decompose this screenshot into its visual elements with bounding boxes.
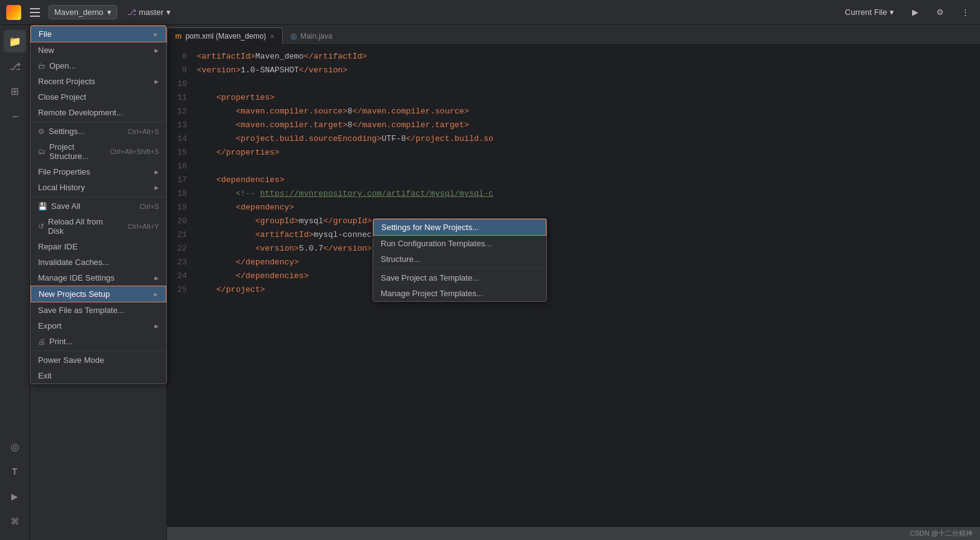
menu-export-label: Export	[38, 321, 155, 330]
code-line-16: 16	[167, 160, 980, 173]
project-dropdown-icon: ▾	[107, 7, 112, 17]
separator-1	[31, 122, 166, 122]
menu-item-manage-ide[interactable]: Manage IDE Settings ▸	[31, 270, 166, 286]
code-line-23: 23 </dependency>	[167, 256, 980, 269]
menu-localhistory-arrow: ▸	[155, 183, 159, 192]
reload-icon: ↺	[38, 222, 44, 231]
new-projects-submenu[interactable]: Settings for New Projects... Run Configu…	[373, 218, 547, 302]
sidebar-icon-terminal[interactable]: ⌘	[4, 510, 26, 533]
code-line-24: 24 </dependencies>	[167, 269, 980, 283]
menu-item-export[interactable]: Export ▸	[31, 318, 166, 334]
menu-close-label: Close Project	[38, 92, 159, 102]
menu-item-file-properties[interactable]: File Properties ▸	[31, 164, 166, 180]
sidebar-icon-plugins[interactable]: ◎	[4, 435, 26, 458]
menu-item-repair-ide[interactable]: Repair IDE	[31, 239, 166, 254]
menu-recent-arrow: ▸	[155, 77, 159, 86]
menu-new-label: New	[38, 46, 155, 55]
menu-new-arrow: ▸	[155, 46, 159, 55]
project-selector[interactable]: Maven_demo ▾	[49, 5, 117, 19]
menu-item-project-structure[interactable]: 🗂 Project Structure... Ctrl+Alt+Shift+S	[31, 139, 166, 164]
tab-close-pom[interactable]: ✕	[270, 33, 275, 40]
menu-item-settings[interactable]: ⚙ Settings... Ctrl+Alt+S	[31, 123, 166, 139]
sidebar-icon-more[interactable]: ···	[4, 105, 26, 127]
separator-2	[31, 196, 166, 197]
code-area: m pom.xml (Maven_demo) ✕ ◎ Main.java 8 <…	[167, 25, 980, 540]
open-icon: 🗁	[38, 62, 45, 70]
menu-reload-label: Reload All from Disk	[48, 217, 115, 236]
settings-icon[interactable]: ⚙	[931, 4, 949, 21]
code-line-12: 12 <maven.compiler.source>8</maven.compi…	[167, 105, 980, 118]
hamburger-button[interactable]	[26, 4, 44, 21]
run-button[interactable]: ▶	[906, 4, 924, 21]
code-line-8: 8 <artifactId>Maven_demo</artifactId>	[167, 50, 980, 64]
tab-pom-xml[interactable]: m pom.xml (Maven_demo) ✕	[167, 27, 283, 44]
titlebar: Maven_demo ▾ ⎇ master ▾ Current File ▾ ▶…	[0, 0, 980, 25]
menu-structure[interactable]: Structure...	[373, 251, 546, 267]
menu-settings-new-projects[interactable]: Settings for New Projects...	[373, 219, 546, 236]
menu-save-project-template[interactable]: Save Project as Template...	[373, 270, 546, 286]
menu-item-power-save[interactable]: Power Save Mode	[31, 352, 166, 368]
tab-label-main: Main.java	[300, 32, 332, 41]
menu-saveall-shortcut: Ctrl+S	[140, 203, 159, 210]
tab-icon-j: ◎	[290, 32, 297, 41]
menu-fileprops-arrow: ▸	[155, 167, 159, 176]
more-button[interactable]: ⋮	[956, 4, 974, 21]
menu-item-invalidate-caches[interactable]: Invalidate Caches...	[31, 254, 166, 270]
print-icon: 🖨	[38, 337, 45, 346]
code-line-17: 17 <dependencies>	[167, 173, 980, 187]
menu-save-template-label: Save File as Template...	[38, 306, 159, 315]
menu-item-local-history[interactable]: Local History ▸	[31, 180, 166, 195]
menu-repair-label: Repair IDE	[38, 242, 159, 251]
tab-main-java[interactable]: ◎ Main.java	[283, 28, 340, 44]
structure-label: Structure...	[381, 254, 539, 264]
menu-manage-project-templates[interactable]: Manage Project Templates...	[373, 286, 546, 301]
menu-item-close-project[interactable]: Close Project	[31, 89, 166, 105]
file-menu[interactable]: File ▸ New ▸ 🗁 Open... Recent Projects ▸…	[30, 25, 167, 384]
menu-item-remote-dev[interactable]: Remote Development...	[31, 105, 166, 120]
branch-selector[interactable]: ⎇ master ▾	[122, 6, 176, 19]
settings-menu-icon: ⚙	[38, 127, 45, 136]
code-line-22: 22 <version>5.0.7</version>	[167, 242, 980, 256]
sidebar-icon-extensions[interactable]: ⊞	[4, 80, 26, 102]
branch-name: master	[139, 7, 164, 17]
code-line-9: 9 <version>1.0-SNAPSHOT</version>	[167, 64, 980, 77]
menu-projstruct-shortcut: Ctrl+Alt+Shift+S	[110, 148, 159, 155]
menu-item-reload[interactable]: ↺ Reload All from Disk Ctrl+Alt+Y	[31, 214, 166, 239]
menu-item-save-template[interactable]: Save File as Template...	[31, 302, 166, 318]
current-file-selector[interactable]: Current File ▾	[840, 6, 899, 19]
menu-new-projects-label: New Projects Setup	[39, 289, 154, 299]
code-line-25: 25 </project>	[167, 283, 980, 297]
project-name: Maven_demo	[54, 7, 103, 17]
code-line-11: 11 <properties>	[167, 91, 980, 105]
menu-saveall-label: Save All	[51, 201, 127, 211]
menu-item-exit[interactable]: Exit	[31, 368, 166, 383]
code-line-20: 20 <groupId>mysql</groupId>	[167, 215, 980, 228]
sidebar-icon-tools[interactable]: T	[4, 460, 26, 483]
menu-settings-shortcut: Ctrl+Alt+S	[128, 128, 159, 135]
file-menu-header[interactable]: File ▸	[31, 26, 166, 42]
save-all-icon: 💾	[38, 202, 47, 211]
menu-new-projects-arrow: ▸	[154, 289, 158, 299]
code-line-15: 15 </properties>	[167, 146, 980, 160]
menu-run-config-templates[interactable]: Run Configuration Templates...	[373, 236, 546, 251]
sidebar-icon-run[interactable]: ▶	[4, 485, 26, 508]
statusbar: CSDN @十二分精神	[167, 526, 980, 540]
code-line-18: 18 <!-- https://mvnrepository.com/artifa…	[167, 187, 980, 201]
menu-print-label: Print...	[49, 337, 159, 346]
menu-reload-shortcut: Ctrl+Alt+Y	[128, 223, 159, 230]
watermark: CSDN @十二分精神	[910, 529, 973, 538]
menu-export-arrow: ▸	[155, 321, 159, 330]
menu-item-new-projects-setup[interactable]: New Projects Setup ▸	[31, 286, 166, 302]
menu-item-new[interactable]: New ▸	[31, 42, 166, 58]
menu-recent-label: Recent Projects	[38, 77, 155, 86]
current-file-dropdown-icon: ▾	[890, 7, 894, 17]
menu-projstruct-label: Project Structure...	[49, 142, 97, 161]
menu-item-recent-projects[interactable]: Recent Projects ▸	[31, 74, 166, 89]
manage-project-templates-label: Manage Project Templates...	[381, 289, 539, 298]
sidebar-icon-vcs[interactable]: ⎇	[4, 55, 26, 77]
code-line-14: 14 <project.build.sourceEncoding>UTF-8</…	[167, 132, 980, 146]
menu-item-save-all[interactable]: 💾 Save All Ctrl+S	[31, 198, 166, 214]
menu-item-open[interactable]: 🗁 Open...	[31, 58, 166, 74]
menu-item-print[interactable]: 🖨 Print...	[31, 334, 166, 349]
sidebar-icon-folder[interactable]: 📁	[4, 30, 26, 52]
